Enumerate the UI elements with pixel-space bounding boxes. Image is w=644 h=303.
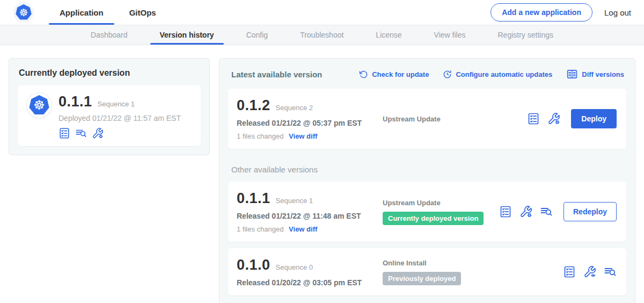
version-info: 0.1.0 Sequence 0 Released 01/20/22 @ 03:… (237, 257, 375, 287)
check-for-update-label: Check for update (372, 70, 429, 78)
available-updates-panel: Latest available version Check for updat… (219, 58, 635, 303)
preflight-checks-icon[interactable] (563, 265, 576, 278)
version-source: Upstream Update (375, 115, 527, 123)
files-changed-row: 1 files changed View diff (237, 132, 375, 140)
preflight-checks-icon[interactable] (527, 112, 540, 125)
deployed-actions (58, 127, 181, 139)
subnav-tab-version-history[interactable]: Version history (146, 25, 228, 45)
subnav-tab-label: Registry settings (498, 31, 553, 39)
version-actions (563, 265, 618, 278)
diff-versions-link[interactable]: Diff versions (566, 68, 624, 80)
tab-gitops[interactable]: GitOps (116, 0, 169, 25)
diff-versions-label: Diff versions (582, 70, 624, 78)
version-source: Online Install Previously deployed (375, 259, 563, 285)
subnav-tab-label: View files (434, 31, 466, 39)
app-logo-ring: ☸ (26, 92, 52, 118)
preflight-checks-icon[interactable] (58, 127, 70, 139)
top-nav-tabs: Application GitOps (47, 0, 169, 25)
subnav-tab-label: Version history (160, 31, 214, 39)
version-number: 0.1.0 (237, 257, 270, 273)
add-new-application-button[interactable]: Add a new application (491, 3, 592, 21)
deployed-version-info: 0.1.1 Sequence 1 Deployed 01/21/22 @ 11:… (58, 92, 181, 139)
app-logo-kubernetes: ☸ (29, 95, 49, 116)
version-number: 0.1.2 (237, 97, 270, 114)
diff-columns-icon (566, 68, 578, 80)
subnav-tab-config[interactable]: Config (232, 25, 282, 45)
subnav-tab-troubleshoot[interactable]: Troubleshoot (286, 25, 357, 45)
source-label: Upstream Update (383, 115, 527, 123)
version-card-0-1-0: 0.1.0 Sequence 0 Released 01/20/22 @ 03:… (228, 248, 626, 295)
configure-automatic-updates-label: Configure automatic updates (456, 70, 552, 78)
helm-wheel-icon: ☸ (19, 4, 28, 20)
logout-link[interactable]: Log out (604, 8, 635, 17)
files-changed-label: 1 files changed (237, 225, 283, 233)
deployed-sequence-label: Sequence 1 (98, 100, 135, 108)
tab-application[interactable]: Application (47, 0, 116, 25)
sequence-label: Sequence 0 (276, 263, 313, 271)
subnav-tab-dashboard[interactable]: Dashboard (77, 25, 142, 45)
redeploy-button[interactable]: Redeploy (564, 202, 617, 221)
latest-available-title: Latest available version (231, 70, 322, 79)
updates-actions: Check for update Configure automatic upd… (359, 68, 624, 80)
currently-deployed-title: Currently deployed version (19, 68, 201, 78)
kubernetes-logo: ☸ (13, 2, 34, 23)
released-timestamp: Released 01/20/22 @ 03:05 pm EST (237, 278, 375, 287)
subnav-tab-license[interactable]: License (362, 25, 415, 45)
sequence-label: Sequence 2 (276, 104, 313, 112)
configure-automatic-updates-link[interactable]: Configure automatic updates (443, 70, 552, 79)
files-changed-label: 1 files changed (237, 132, 283, 140)
config-view-icon[interactable] (583, 265, 596, 278)
kubernetes-heptagon: ☸ (16, 4, 32, 20)
top-nav-right: Add a new application Log out (491, 3, 635, 21)
auto-update-clock-icon (443, 70, 452, 79)
version-card-0-1-1: 0.1.1 Sequence 1 Released 01/21/22 @ 11:… (228, 182, 626, 242)
top-nav: ☸ Application GitOps Add a new applicati… (0, 0, 644, 25)
version-actions: Deploy (527, 109, 618, 128)
main-content: Currently deployed version ☸ 0.1.1 Seque… (0, 45, 644, 303)
tab-application-label: Application (60, 8, 104, 17)
deployed-version-card: ☸ 0.1.1 Sequence 1 Deployed 01/21/22 @ 1… (18, 85, 201, 146)
source-label: Online Install (383, 259, 563, 267)
refresh-icon (359, 70, 368, 79)
config-icon[interactable] (519, 205, 532, 218)
config-icon[interactable] (547, 112, 560, 125)
version-source: Upstream Update Currently deployed versi… (375, 199, 499, 225)
app-sub-nav: Dashboard Version history Config Trouble… (0, 25, 644, 45)
deploy-logs-icon[interactable] (75, 127, 87, 139)
subnav-tab-registry-settings[interactable]: Registry settings (484, 25, 567, 45)
subnav-tab-label: Troubleshoot (300, 31, 343, 39)
check-for-update-link[interactable]: Check for update (359, 70, 429, 79)
deploy-button[interactable]: Deploy (571, 109, 617, 128)
sequence-label: Sequence 1 (276, 197, 313, 205)
version-actions: Redeploy (499, 202, 618, 221)
other-versions-title: Other available versions (231, 165, 624, 174)
subnav-tab-view-files[interactable]: View files (420, 25, 480, 45)
source-label: Upstream Update (383, 199, 499, 207)
deployed-version-number: 0.1.1 (58, 93, 92, 110)
previously-deployed-badge: Previously deployed (383, 272, 461, 285)
deployed-timestamp: Deployed 01/21/22 @ 11:57 am EST (58, 114, 181, 122)
deploy-logs-icon[interactable] (540, 205, 553, 218)
updates-header: Latest available version Check for updat… (231, 68, 624, 80)
version-number: 0.1.1 (237, 190, 270, 207)
currently-deployed-badge: Currently deployed version (383, 212, 484, 225)
subnav-tab-label: License (376, 31, 401, 39)
version-info: 0.1.2 Sequence 2 Released 01/21/22 @ 05:… (237, 97, 375, 140)
version-info: 0.1.1 Sequence 1 Released 01/21/22 @ 11:… (237, 190, 375, 233)
config-icon[interactable] (92, 127, 104, 139)
deploy-logs-icon[interactable] (604, 265, 617, 278)
version-card-0-1-2: 0.1.2 Sequence 2 Released 01/21/22 @ 05:… (228, 89, 626, 149)
view-diff-link[interactable]: View diff (289, 225, 317, 233)
released-timestamp: Released 01/21/22 @ 11:48 am EST (237, 212, 375, 220)
view-diff-link[interactable]: View diff (289, 132, 317, 140)
helm-wheel-icon: ☸ (33, 95, 45, 116)
released-timestamp: Released 01/21/22 @ 05:37 pm EST (237, 119, 375, 127)
subnav-tab-label: Dashboard (91, 31, 128, 39)
preflight-checks-icon[interactable] (499, 205, 512, 218)
currently-deployed-panel: Currently deployed version ☸ 0.1.1 Seque… (9, 58, 210, 155)
files-changed-row: 1 files changed View diff (237, 225, 375, 233)
tab-gitops-label: GitOps (129, 8, 156, 17)
subnav-tab-label: Config (246, 31, 268, 39)
